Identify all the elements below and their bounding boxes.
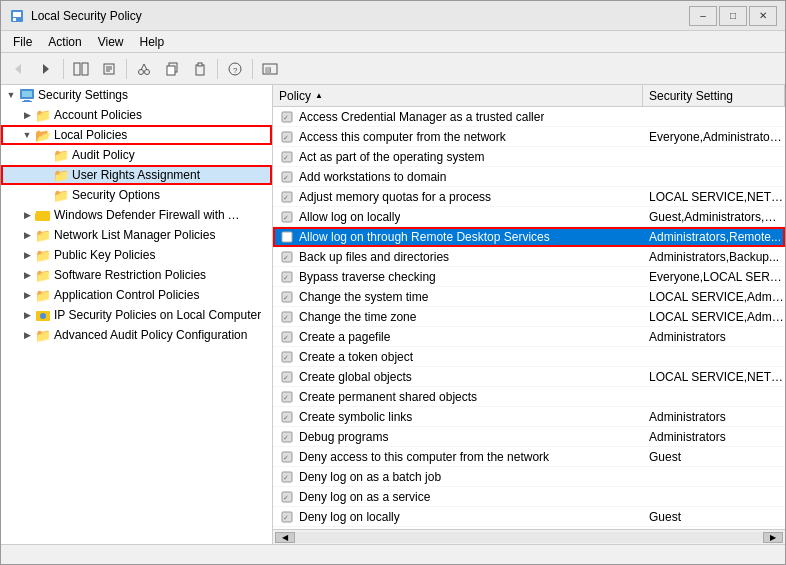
- folder-icon: 📁: [53, 187, 69, 203]
- left-panel: ▼ Security Settings ▶ 📁 Account Policies: [1, 85, 273, 544]
- tree-item-label: Network List Manager Policies: [54, 228, 215, 242]
- row-policy-cell: ✓ Act as part of the operating system: [273, 149, 643, 165]
- list-item[interactable]: ✓ Change the time zone LOCAL SERVICE,Adm…: [273, 307, 785, 327]
- list-item[interactable]: ✓ Deny log on as a batch job: [273, 467, 785, 487]
- tree-item-account-policies[interactable]: ▶ 📁 Account Policies: [1, 105, 272, 125]
- right-panel-hscrollbar[interactable]: ◀ ▶: [273, 529, 785, 544]
- policy-icon: ✓: [279, 289, 295, 305]
- list-item[interactable]: ✓ Access this computer from the network …: [273, 127, 785, 147]
- menu-help[interactable]: Help: [132, 33, 173, 51]
- list-item[interactable]: ✓ Access Credential Manager as a trusted…: [273, 107, 785, 127]
- row-policy-cell: ✓ Deny log on locally: [273, 509, 643, 525]
- row-policy-cell: ✓ Create a pagefile: [273, 329, 643, 345]
- svg-text:✓: ✓: [283, 154, 289, 161]
- list-item[interactable]: ✓ Create a token object: [273, 347, 785, 367]
- cut-button[interactable]: [131, 57, 157, 81]
- list-item[interactable]: ✓ Deny log on as a service: [273, 487, 785, 507]
- toolbar-separator-2: [126, 59, 127, 79]
- list-item[interactable]: ✓ Deny access to this computer from the …: [273, 447, 785, 467]
- policy-icon: ✓: [279, 269, 295, 285]
- toolbar-separator-3: [217, 59, 218, 79]
- list-item[interactable]: ✓ Deny log on locally Guest: [273, 507, 785, 527]
- close-button[interactable]: ✕: [749, 6, 777, 26]
- row-policy-label: Back up files and directories: [299, 250, 449, 264]
- tree-item-user-rights-assignment[interactable]: ▶ 📁 User Rights Assignment: [1, 165, 272, 185]
- main-content: ▼ Security Settings ▶ 📁 Account Policies: [1, 85, 785, 544]
- security-setting-column-header[interactable]: Security Setting: [643, 85, 785, 106]
- tree-item-software-restriction[interactable]: ▶ 📁 Software Restriction Policies: [1, 265, 272, 285]
- list-item[interactable]: ✓ Create a pagefile Administrators: [273, 327, 785, 347]
- list-item-allow-rdp[interactable]: ✓ Allow log on through Remote Desktop Se…: [273, 227, 785, 247]
- row-policy-cell: ✓ Create permanent shared objects: [273, 389, 643, 405]
- policy-icon: ✓: [279, 229, 295, 245]
- list-item[interactable]: ✓ Debug programs Administrators: [273, 427, 785, 447]
- svg-text:✓: ✓: [283, 234, 289, 241]
- row-policy-label: Create a token object: [299, 350, 413, 364]
- minimize-button[interactable]: –: [689, 6, 717, 26]
- row-policy-label: Change the time zone: [299, 310, 416, 324]
- copy-button[interactable]: [159, 57, 185, 81]
- tree-item-windows-defender[interactable]: ▶ Windows Defender Firewall with Advance…: [1, 205, 272, 225]
- row-policy-cell: ✓ Deny log on as a service: [273, 489, 643, 505]
- expand-icon: ▶: [19, 327, 35, 343]
- list-item[interactable]: ✓ Adjust memory quotas for a process LOC…: [273, 187, 785, 207]
- tree-item-network-list-manager[interactable]: ▶ 📁 Network List Manager Policies: [1, 225, 272, 245]
- row-setting-cell: Administrators: [643, 410, 785, 424]
- tree-item-label: Application Control Policies: [54, 288, 199, 302]
- tree-item-security-options[interactable]: ▶ 📁 Security Options: [1, 185, 272, 205]
- paste-button[interactable]: [187, 57, 213, 81]
- forward-button[interactable]: [33, 57, 59, 81]
- scroll-left-button[interactable]: ◀: [275, 532, 295, 543]
- list-item[interactable]: ✓ Create permanent shared objects: [273, 387, 785, 407]
- tree-item-advanced-audit[interactable]: ▶ 📁 Advanced Audit Policy Configuration: [1, 325, 272, 345]
- svg-point-13: [145, 69, 150, 74]
- svg-marker-5: [43, 64, 49, 74]
- menu-action[interactable]: Action: [40, 33, 89, 51]
- svg-text:✓: ✓: [283, 494, 289, 501]
- row-policy-cell: ✓ Change the time zone: [273, 309, 643, 325]
- list-item[interactable]: ✓ Create symbolic links Administrators: [273, 407, 785, 427]
- list-item[interactable]: ✓ Create global objects LOCAL SERVICE,NE…: [273, 367, 785, 387]
- folder-icon: 📁: [35, 247, 51, 263]
- policy-icon: ✓: [279, 109, 295, 125]
- policy-icon: ✓: [279, 489, 295, 505]
- list-item[interactable]: ✓ Change the system time LOCAL SERVICE,A…: [273, 287, 785, 307]
- tree-item-label: Security Settings: [38, 88, 128, 102]
- back-button[interactable]: [5, 57, 31, 81]
- svg-line-14: [141, 64, 144, 70]
- maximize-button[interactable]: □: [719, 6, 747, 26]
- list-item[interactable]: ✓ Back up files and directories Administ…: [273, 247, 785, 267]
- svg-text:?: ?: [233, 66, 238, 75]
- row-policy-label: Create symbolic links: [299, 410, 412, 424]
- tree-item-public-key[interactable]: ▶ 📁 Public Key Policies: [1, 245, 272, 265]
- row-policy-cell: ✓ Access Credential Manager as a trusted…: [273, 109, 643, 125]
- row-policy-cell: ✓ Allow log on locally: [273, 209, 643, 225]
- show-hide-tree-button[interactable]: [68, 57, 94, 81]
- menu-view[interactable]: View: [90, 33, 132, 51]
- svg-rect-7: [82, 63, 88, 75]
- menu-file[interactable]: File: [5, 33, 40, 51]
- list-item[interactable]: ✓ Add workstations to domain: [273, 167, 785, 187]
- tree-item-local-policies[interactable]: ▼ 📂 Local Policies: [1, 125, 272, 145]
- tree-item-ip-security[interactable]: ▶ IP Security Policies on Local Computer: [1, 305, 272, 325]
- scroll-right-button[interactable]: ▶: [763, 532, 783, 543]
- export-button[interactable]: ▤: [257, 57, 283, 81]
- row-policy-label: Deny log on as a service: [299, 490, 430, 504]
- tree-item-security-settings[interactable]: ▼ Security Settings: [1, 85, 272, 105]
- policy-icon: ✓: [279, 169, 295, 185]
- help-button[interactable]: ?: [222, 57, 248, 81]
- svg-text:✓: ✓: [283, 354, 289, 361]
- svg-text:✓: ✓: [283, 454, 289, 461]
- row-setting-cell: Guest,Administrators,Us...: [643, 210, 785, 224]
- tree-item-application-control[interactable]: ▶ 📁 Application Control Policies: [1, 285, 272, 305]
- row-policy-label: Add workstations to domain: [299, 170, 446, 184]
- list-item[interactable]: ✓ Act as part of the operating system: [273, 147, 785, 167]
- list-item[interactable]: ✓ Allow log on locally Guest,Administrat…: [273, 207, 785, 227]
- policy-column-header[interactable]: Policy ▲: [273, 85, 643, 106]
- properties-button[interactable]: [96, 57, 122, 81]
- tree-item-audit-policy[interactable]: ▶ 📁 Audit Policy: [1, 145, 272, 165]
- list-item[interactable]: ✓ Bypass traverse checking Everyone,LOCA…: [273, 267, 785, 287]
- row-policy-label: Adjust memory quotas for a process: [299, 190, 491, 204]
- svg-text:✓: ✓: [283, 254, 289, 261]
- policy-icon: ✓: [279, 189, 295, 205]
